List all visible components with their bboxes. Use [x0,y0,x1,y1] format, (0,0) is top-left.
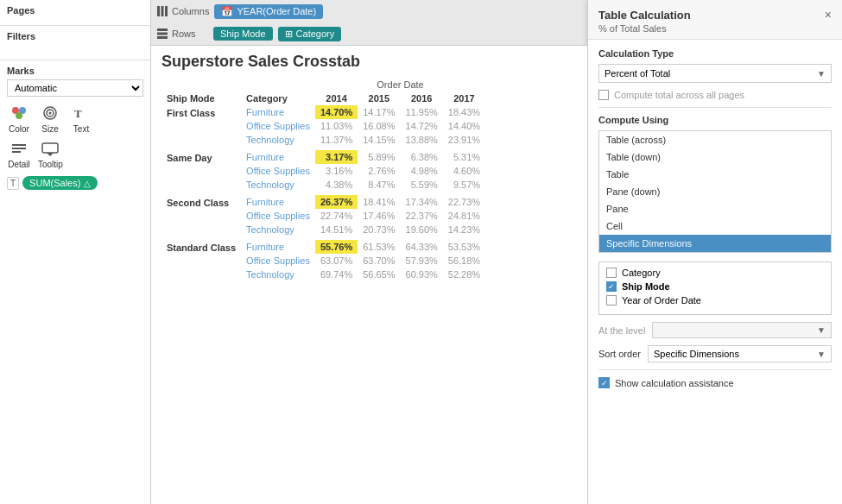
calc-type-dropdown[interactable]: Percent of Total ▼ [598,64,832,83]
sort-order-value: Specific Dimensions [654,349,739,359]
size-icon [38,104,62,123]
category-label: Office Supplies [241,254,315,268]
size-button[interactable]: Size [38,104,62,134]
sort-order-dropdown[interactable]: Specific Dimensions ▼ [648,345,832,362]
table-cell: 20.73% [358,223,400,236]
marks-type-dropdown[interactable]: Automatic [7,79,143,97]
detail-icon [7,139,31,158]
table-cell: 26.37% [315,195,358,209]
table-cell: 9.57% [443,178,485,192]
table-cell: 11.03% [315,119,358,133]
category-label: Furniture [241,195,315,209]
table-cell: 61.53% [358,240,400,254]
rows-text: Rows [172,28,196,39]
color-button[interactable]: Color [7,104,31,134]
year-order-date-pill[interactable]: 📅 YEAR(Order Date) [214,4,323,19]
ship-mode-col-header: Ship Mode [161,91,241,105]
show-assistance-checkbox[interactable] [598,377,610,388]
text-button[interactable]: T Text [69,104,93,134]
compute-item[interactable]: Table [599,166,831,183]
table-cell: 2.76% [358,164,400,178]
dimension-checkbox[interactable] [606,295,617,306]
table-cell: 52.28% [443,268,485,281]
size-label: Size [41,124,58,134]
divider1 [598,107,832,108]
svg-rect-14 [165,6,168,16]
compute-list: Table (across)Table (down)TablePane (dow… [598,130,832,253]
table-cell: 17.34% [401,195,443,209]
compute-item[interactable]: Cell [599,217,831,235]
table-cell: 4.60% [443,164,485,178]
dimension-checkbox[interactable] [606,281,617,292]
table-cell: 14.40% [443,119,485,133]
category-pill[interactable]: ⊞ Category [278,27,342,41]
panel-subtitle: % of Total Sales [598,23,691,34]
table-cell: 4.98% [401,164,443,178]
category-label: Office Supplies [241,119,315,133]
compute-item[interactable]: Pane (down) [599,183,831,200]
compute-across-checkbox[interactable] [598,90,609,100]
panel-close-button[interactable]: × [825,9,832,21]
table-cell: 63.07% [315,254,358,268]
compute-using-section: Compute Using Table (across)Table (down)… [598,115,832,253]
sum-sales-pill[interactable]: SUM(Sales) △ [22,176,98,190]
table-cell: 63.70% [358,254,400,268]
table-cell: 4.38% [315,178,358,192]
compute-item[interactable]: Table (down) [599,148,831,166]
table-cell: 23.91% [443,133,485,147]
color-label: Color [9,124,29,134]
rows-label: Rows [156,28,208,40]
table-cell: 18.41% [358,195,400,209]
table-cell: 16.08% [358,119,400,133]
rows-row: Rows Ship Mode ⊞ Category [151,22,587,45]
category-label: Furniture [241,105,315,119]
table-cell: 56.65% [358,268,400,281]
table-cell: 14.51% [315,223,358,236]
table-cell: 69.74% [315,268,358,281]
at-level-dropdown[interactable]: ▼ [652,322,832,338]
marks-type-select[interactable]: Automatic [7,79,143,97]
order-date-header: Order Date [315,78,485,91]
pages-section: Pages [0,0,150,26]
sum-sales-label: SUM(Sales) [29,178,80,188]
category-label: Technology [241,178,315,192]
calc-type-value: Percent of Total [605,68,670,79]
compute-item[interactable]: Pane [599,200,831,217]
grid-icon: ⊞ [285,28,293,40]
year-pill-label: YEAR(Order Date) [237,6,316,16]
compute-item[interactable]: Specific Dimensions [599,235,831,252]
svg-rect-13 [161,6,164,16]
table-calculation-panel: Table Calculation % of Total Sales × Cal… [587,0,842,504]
table-cell: 5.59% [401,178,443,192]
sort-order-row: Sort order Specific Dimensions ▼ [598,345,832,362]
ship-mode-label: Second Class [161,195,241,236]
table-cell: 14.72% [401,119,443,133]
at-level-caret: ▼ [817,325,826,335]
svg-rect-10 [42,143,58,153]
calc-type-caret: ▼ [817,69,826,79]
crosstab-table: Order Date Ship Mode Category 2014 2015 … [161,78,485,281]
marks-icons-row: Color Size T Text [7,104,143,134]
compute-using-label: Compute Using [598,115,832,125]
svg-rect-12 [157,6,160,16]
at-level-row: At the level ▼ [598,322,832,338]
panel-title: Table Calculation [598,9,691,22]
pages-label: Pages [7,5,143,16]
ship-mode-label: Standard Class [161,240,241,281]
year-2014-header: 2014 [315,91,358,105]
table-cell: 22.73% [443,195,485,209]
category-label: Furniture [241,150,315,164]
ship-mode-pill[interactable]: Ship Mode [213,27,273,41]
category-pill-label: Category [296,28,335,39]
columns-text: Columns [172,6,209,16]
columns-row: Columns 📅 YEAR(Order Date) [151,0,587,22]
ship-mode-label: Same Day [161,150,241,192]
detail-button[interactable]: Detail [7,139,31,169]
dimension-checkbox[interactable] [606,268,617,278]
tooltip-button[interactable]: Tooltip [38,139,63,169]
show-assistance-row[interactable]: Show calculation assistance [598,377,832,388]
table-cell: 14.15% [358,133,400,147]
compute-item[interactable]: Table (across) [599,131,831,148]
table-cell: 64.33% [401,240,443,254]
svg-rect-9 [12,151,21,153]
